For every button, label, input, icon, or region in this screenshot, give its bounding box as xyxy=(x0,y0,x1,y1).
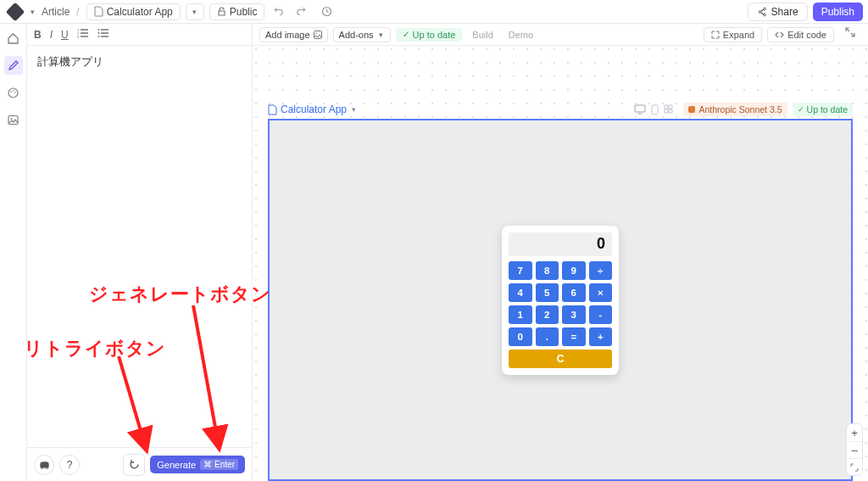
app-logo-icon[interactable] xyxy=(6,2,25,21)
rail-edit-icon[interactable] xyxy=(4,56,23,75)
model-chip[interactable]: Anthropic Sonnet 3.5 xyxy=(683,103,787,116)
zoom-out-button[interactable]: – xyxy=(847,441,862,458)
ordered-list-button[interactable]: 123 xyxy=(77,28,89,41)
expand-icon xyxy=(711,31,720,39)
artboard[interactable]: 0 789÷456×123-0.=+ C xyxy=(268,119,853,481)
editor-panel: B I U 123 計算機アプリ ? Generate ⌘Enter xyxy=(27,24,253,481)
svg-rect-19 xyxy=(652,105,658,115)
calculator: 0 789÷456×123-0.=+ C xyxy=(502,226,619,375)
image-icon xyxy=(314,31,322,39)
calculator-key-÷[interactable]: ÷ xyxy=(589,261,613,280)
svg-point-1 xyxy=(763,8,765,10)
discord-icon[interactable] xyxy=(34,455,54,475)
visibility-label: Public xyxy=(230,6,258,18)
code-icon xyxy=(775,31,784,39)
file-name: Calculator App xyxy=(107,6,173,18)
svg-point-4 xyxy=(8,88,18,98)
calculator-key-7[interactable]: 7 xyxy=(509,261,532,280)
addons-button[interactable]: Add-ons ▾ xyxy=(333,27,391,42)
zoom-in-button[interactable]: + xyxy=(847,424,862,441)
svg-point-15 xyxy=(97,36,99,37)
left-rail xyxy=(0,24,27,481)
calculator-key-3[interactable]: 3 xyxy=(562,305,586,324)
unordered-list-button[interactable] xyxy=(97,28,109,41)
fullscreen-button[interactable] xyxy=(844,26,861,43)
breadcrumb-sep: / xyxy=(76,6,79,18)
calculator-key-2[interactable]: 2 xyxy=(536,305,559,324)
share-label: Share xyxy=(771,6,798,18)
publish-label: Publish xyxy=(821,6,854,18)
grid-icon[interactable] xyxy=(664,104,673,114)
svg-point-6 xyxy=(13,89,14,91)
format-toolbar: B I U 123 xyxy=(27,24,252,46)
file-icon xyxy=(268,104,277,115)
generate-label: Generate xyxy=(157,460,196,470)
share-icon xyxy=(757,7,767,17)
calculator-key-=[interactable]: = xyxy=(562,327,586,346)
device-toggles xyxy=(634,104,673,115)
artboard-status-chip: Up to date xyxy=(793,103,853,116)
calculator-key-8[interactable]: 8 xyxy=(536,261,559,280)
zoom-controls: + – xyxy=(846,423,863,476)
artboard-header: Calculator App ▾ Anthropic Sonnet 3.5 Up… xyxy=(268,100,853,119)
editor-bottom-bar: ? Generate ⌘Enter xyxy=(27,447,252,481)
svg-point-5 xyxy=(10,91,12,92)
redo-button[interactable] xyxy=(293,3,312,21)
generate-button[interactable]: Generate ⌘Enter xyxy=(150,456,245,473)
svg-rect-18 xyxy=(635,105,645,112)
demo-tab[interactable]: Demo xyxy=(504,28,538,42)
breadcrumb-root[interactable]: Article xyxy=(42,6,70,18)
preview-toolbar: Add image Add-ons ▾ Up to date Build Dem… xyxy=(253,24,868,46)
bold-button[interactable]: B xyxy=(34,29,42,41)
calculator-display: 0 xyxy=(509,232,612,256)
file-icon xyxy=(94,6,103,17)
undo-button[interactable] xyxy=(270,3,288,21)
help-button[interactable]: ? xyxy=(59,455,80,475)
calculator-key-×[interactable]: × xyxy=(589,283,613,302)
calculator-key-4[interactable]: 4 xyxy=(509,283,532,302)
calculator-key-9[interactable]: 9 xyxy=(562,261,586,280)
calculator-key--[interactable]: - xyxy=(589,305,613,324)
build-tab[interactable]: Build xyxy=(467,28,498,42)
svg-point-2 xyxy=(763,14,765,16)
zoom-fit-button[interactable] xyxy=(847,458,862,475)
logo-chevron-icon[interactable]: ▾ xyxy=(29,8,36,16)
rail-palette-icon[interactable] xyxy=(4,83,23,102)
expand-button[interactable]: Expand xyxy=(704,27,762,42)
calculator-key-5[interactable]: 5 xyxy=(536,283,559,302)
breadcrumb-file[interactable]: Calculator App xyxy=(86,3,181,20)
artboard-name[interactable]: Calculator App ▾ xyxy=(268,103,358,115)
history-button[interactable] xyxy=(317,3,336,21)
svg-point-14 xyxy=(97,32,99,34)
share-button[interactable]: Share xyxy=(748,3,808,21)
retry-button[interactable] xyxy=(123,454,145,476)
mobile-icon[interactable] xyxy=(651,104,659,115)
svg-point-13 xyxy=(97,29,99,31)
calculator-key-.[interactable]: . xyxy=(536,327,559,346)
underline-button[interactable]: U xyxy=(61,29,69,41)
publish-button[interactable]: Publish xyxy=(813,3,863,21)
svg-point-17 xyxy=(315,32,317,34)
desktop-icon[interactable] xyxy=(634,104,646,115)
edit-code-button[interactable]: Edit code xyxy=(767,27,834,42)
canvas[interactable]: Calculator App ▾ Anthropic Sonnet 3.5 Up… xyxy=(253,46,868,481)
svg-point-3 xyxy=(759,10,761,13)
rail-home-icon[interactable] xyxy=(4,29,23,48)
calculator-clear-button[interactable]: C xyxy=(509,350,612,368)
calculator-key-6[interactable]: 6 xyxy=(562,283,586,302)
chevron-down-icon: ▾ xyxy=(377,31,385,39)
visibility-chip[interactable]: Public xyxy=(209,3,265,20)
add-image-button[interactable]: Add image xyxy=(259,27,328,42)
editor-body[interactable]: 計算機アプリ xyxy=(27,46,252,447)
preview-area: Add image Add-ons ▾ Up to date Build Dem… xyxy=(253,24,868,481)
topbar: ▾ Article / Calculator App ▾ Public Shar… xyxy=(0,0,868,24)
italic-button[interactable]: I xyxy=(50,29,53,41)
file-version-dropdown[interactable]: ▾ xyxy=(186,3,204,20)
calculator-key-1[interactable]: 1 xyxy=(509,305,532,324)
rail-image-icon[interactable] xyxy=(4,110,23,129)
calculator-key-+[interactable]: + xyxy=(589,327,613,346)
editor-text: 計算機アプリ xyxy=(37,55,103,68)
chevron-down-icon: ▾ xyxy=(350,105,358,114)
status-chip: Up to date xyxy=(396,28,463,42)
calculator-key-0[interactable]: 0 xyxy=(509,327,532,346)
